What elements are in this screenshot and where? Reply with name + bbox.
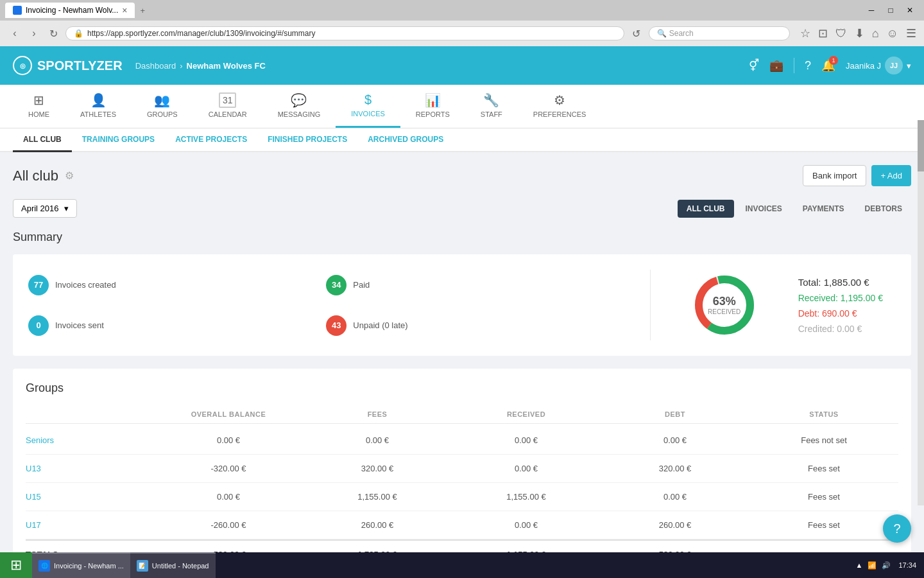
logo-icon: ◎ [13, 56, 32, 75]
table-row: U15 0.00 € 1,155.00 € 1,155.00 € 0.00 € … [26, 483, 898, 511]
main-content: All club ⚙ Bank import + Add April 2016 … [0, 152, 924, 578]
nav-item-athletes[interactable]: 👤 ATHLETES [65, 85, 132, 128]
taskbar-right: ▲ 📶 🔊 17:34 [856, 561, 924, 570]
tab-close-button[interactable]: × [122, 5, 127, 15]
help-icon[interactable]: ? [805, 59, 811, 73]
u17-status: Fees set [749, 520, 898, 530]
window-controls: ─ □ ✕ [862, 3, 919, 17]
sub-tab-all-club[interactable]: ALL CLUB [13, 128, 72, 152]
windows-logo-icon: ⊞ [10, 557, 22, 574]
reload-button[interactable]: ↺ [629, 26, 644, 40]
group-name-u13[interactable]: U13 [26, 464, 154, 473]
filter-tab-all-club[interactable]: ALL CLUB [678, 200, 734, 218]
bookmarks-icon[interactable]: ☆ [800, 26, 810, 40]
summary-stats-left: 77 Invoices created 34 Paid 0 Invoices s… [28, 270, 624, 340]
briefcase-icon[interactable]: 💼 [769, 58, 783, 73]
breadcrumb-club: Newham Wolves FC [187, 61, 266, 71]
refresh-button[interactable]: ↻ [46, 26, 60, 40]
nav-label-messaging: MESSAGING [278, 110, 321, 118]
system-clock: 17:34 [898, 561, 916, 569]
col-overall-balance: OVERALL BALANCE [154, 410, 303, 418]
app-logo: ◎ SPORTLYZER [13, 56, 123, 75]
shield-icon[interactable]: 🛡 [835, 27, 847, 40]
received-stat: Received: 1,195.00 € [798, 293, 883, 303]
back-button[interactable]: ‹ [8, 26, 22, 40]
sub-tab-training-groups[interactable]: TRAINING GROUPS [72, 128, 165, 152]
download-icon[interactable]: ⬇ [855, 26, 864, 40]
group-name-u15[interactable]: U15 [26, 492, 154, 502]
notification-icon[interactable]: 🔔 1 [821, 58, 835, 73]
nav-label-home: HOME [28, 110, 49, 118]
menu-icon[interactable]: ☰ [906, 26, 916, 40]
account-icon[interactable]: ⊡ [818, 26, 828, 40]
minimize-button[interactable]: ─ [862, 3, 880, 17]
col-name [26, 410, 154, 418]
group-name-seniors[interactable]: Seniors [26, 435, 154, 445]
nav-item-reports[interactable]: 📊 REPORTS [400, 85, 465, 128]
u15-debt: 0.00 € [601, 492, 749, 502]
start-button[interactable]: ⊞ [0, 552, 32, 578]
summary-card: 77 Invoices created 34 Paid 0 Invoices s… [13, 254, 911, 356]
breadcrumb-home[interactable]: Dashboard [135, 61, 176, 71]
bank-import-button[interactable]: Bank import [803, 165, 866, 186]
sub-tab-finished-projects[interactable]: FINISHED PROJECTS [257, 128, 357, 152]
groups-nav-icon: 👥 [154, 92, 170, 108]
user-menu[interactable]: Jaanika J JJ ▾ [846, 57, 911, 74]
browser-toolbar: ‹ › ↻ 🔒 https://app.sportlyzer.com/manag… [0, 21, 924, 46]
add-button[interactable]: + Add [871, 165, 911, 186]
new-tab-button[interactable]: + [135, 3, 150, 18]
scrollbar-thumb[interactable] [918, 120, 924, 171]
athletes-nav-icon: 👤 [90, 92, 107, 108]
paid-stat: 34 Paid [326, 270, 624, 300]
nav-item-preferences[interactable]: ⚙ PREFERENCES [518, 85, 602, 128]
close-button[interactable]: ✕ [901, 3, 919, 17]
groups-section: Groups OVERALL BALANCE FEES RECEIVED DEB… [13, 369, 911, 578]
help-chat-button[interactable]: ? [883, 514, 911, 543]
u13-overall: -320.00 € [154, 464, 303, 473]
header-divider [794, 58, 794, 73]
filter-tab-debtors[interactable]: DEBTORS [856, 200, 911, 218]
sub-tab-active-projects[interactable]: ACTIVE PROJECTS [165, 128, 257, 152]
sub-tab-archived-groups[interactable]: ARCHIVED GROUPS [357, 128, 454, 152]
scrollbar[interactable] [918, 120, 924, 505]
summary-stats-right: Total: 1,885.00 € Received: 1,195.00 € D… [785, 270, 896, 340]
nav-item-groups[interactable]: 👥 GROUPS [132, 85, 193, 128]
nav-item-calendar[interactable]: 31 CALENDAR [193, 85, 262, 128]
summary-divider [650, 270, 651, 340]
col-debt: DEBT [601, 410, 749, 418]
gender-icon[interactable]: ⚥ [749, 58, 759, 73]
nav-label-preferences: PREFERENCES [533, 110, 586, 118]
seniors-status: Fees not set [749, 435, 898, 445]
filter-tab-payments[interactable]: PAYMENTS [794, 200, 853, 218]
u13-fees: 320.00 € [303, 464, 452, 473]
url-bar[interactable]: 🔒 https://app.sportlyzer.com/manager/clu… [65, 26, 624, 40]
home-icon[interactable]: ⌂ [872, 27, 879, 40]
u17-debt: 260.00 € [601, 520, 749, 530]
taskbar-item-browser[interactable]: 🌐 Invoicing - Newham ... [32, 552, 130, 578]
seniors-fees: 0.00 € [303, 435, 452, 445]
maximize-button[interactable]: □ [882, 3, 900, 17]
group-name-u17[interactable]: U17 [26, 520, 154, 530]
page-title: All club [13, 168, 58, 184]
invoices-nav-icon: $ [364, 92, 372, 107]
u15-status: Fees set [749, 492, 898, 502]
taskbar-item-browser-label: Invoicing - Newham ... [54, 562, 124, 570]
nav-item-messaging[interactable]: 💬 MESSAGING [262, 85, 336, 128]
filter-tab-invoices[interactable]: INVOICES [737, 200, 791, 218]
nav-item-staff[interactable]: 🔧 STAFF [465, 85, 518, 128]
forward-button[interactable]: › [27, 26, 41, 40]
taskbar-item-notepad[interactable]: 📝 Untitled - Notepad [130, 552, 216, 578]
content-title-area: All club ⚙ [13, 168, 74, 184]
nav-label-invoices: INVOICES [351, 110, 385, 118]
nav-item-invoices[interactable]: $ INVOICES [336, 85, 400, 128]
breadcrumb-arrow: › [180, 61, 182, 71]
date-filter-dropdown[interactable]: April 2016 ▾ [13, 199, 77, 218]
browser-tab[interactable]: Invoicing - Newham Wolv... × [5, 3, 135, 18]
unpaid-label: Unpaid (0 late) [353, 320, 407, 330]
settings-gear-icon[interactable]: ⚙ [65, 170, 74, 182]
tray-icon-1: ▲ [856, 561, 863, 569]
nav-item-home[interactable]: ⊞ HOME [13, 85, 65, 128]
browser-search-bar[interactable]: 🔍 Search [649, 26, 790, 40]
donut-percent: 63% [708, 295, 740, 308]
user-icon[interactable]: ☺ [887, 27, 898, 40]
